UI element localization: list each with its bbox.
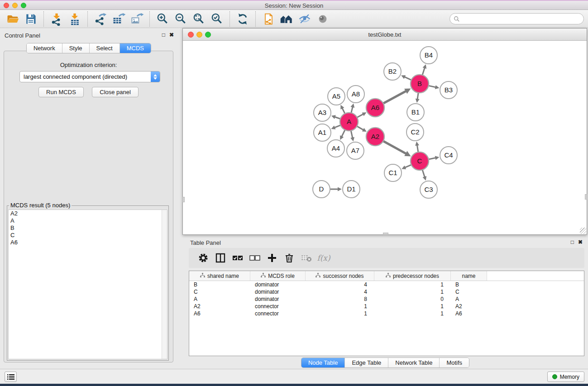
- import-table-icon[interactable]: [66, 11, 84, 27]
- main-toolbar: [0, 10, 588, 28]
- column-type-icon: [261, 273, 266, 279]
- tab-mcds[interactable]: MCDS: [120, 43, 151, 53]
- tab-network-table[interactable]: Network Table: [388, 358, 440, 367]
- search-input[interactable]: [460, 15, 583, 22]
- open-file-icon[interactable]: [4, 11, 22, 27]
- tab-node-table[interactable]: Node Table: [301, 358, 345, 367]
- table-row[interactable]: A2connector11A2: [189, 303, 584, 310]
- mcds-result-items: A2ABCA6: [9, 210, 167, 246]
- toolbar-separator: [149, 11, 150, 27]
- list-item[interactable]: A2: [9, 210, 167, 217]
- add-column-icon[interactable]: [263, 250, 281, 266]
- node-label-A6: A6: [371, 104, 379, 111]
- list-scrollbar[interactable]: [162, 210, 167, 359]
- panel-menu-button[interactable]: [5, 372, 17, 382]
- table-cell: B: [451, 281, 487, 288]
- zoom-in-icon[interactable]: [153, 11, 172, 27]
- node-table: shared nameMCDS rolesuccessor nodesprede…: [189, 271, 584, 356]
- run-mcds-button[interactable]: Run MCDS: [38, 87, 84, 97]
- table-row[interactable]: Bdominator41B: [189, 281, 584, 288]
- mcds-result-list[interactable]: A2ABCA6: [8, 210, 167, 359]
- node-label-D: D: [319, 185, 324, 193]
- table-cell: 1: [306, 303, 374, 310]
- table-cell: C: [451, 288, 487, 295]
- delete-column-icon[interactable]: [281, 250, 298, 266]
- table-row[interactable]: A6connector11A6: [189, 310, 584, 317]
- edge-arrowhead-icon: [423, 64, 427, 69]
- float-panel-icon[interactable]: □: [162, 32, 165, 38]
- status-bar: Memory: [0, 369, 588, 384]
- network-canvas[interactable]: A5A8A6A3AA1A2A4A7B2B4BB3B1C2C4CC1C3DD1: [183, 41, 587, 234]
- column-header-predecessor-nodes[interactable]: predecessor nodes: [374, 271, 451, 281]
- zoom-fit-icon[interactable]: [190, 11, 208, 27]
- zoom-out-icon[interactable]: [172, 11, 190, 27]
- export-image-icon[interactable]: [128, 11, 146, 27]
- tab-style[interactable]: Style: [62, 43, 90, 53]
- edge-A2-C[interactable]: [382, 141, 406, 154]
- column-header-successor-nodes[interactable]: successor nodes: [306, 271, 374, 281]
- table-cell: A: [451, 295, 487, 303]
- toolbar-separator: [229, 11, 230, 27]
- table-panel-title: Table Panel: [190, 239, 221, 246]
- table-cell: C: [189, 288, 250, 295]
- select-all-checkboxes-icon[interactable]: [229, 250, 246, 266]
- node-label-A2: A2: [371, 133, 379, 140]
- float-panel-icon[interactable]: □: [571, 239, 574, 245]
- combo-stepper-icon[interactable]: [151, 71, 160, 82]
- resize-grip-icon[interactable]: [580, 228, 586, 234]
- tab-edge-table[interactable]: Edge Table: [345, 358, 388, 367]
- list-item[interactable]: C: [9, 232, 167, 239]
- tab-select[interactable]: Select: [90, 43, 120, 53]
- node-label-B1: B1: [411, 108, 420, 116]
- network-window-titlebar[interactable]: testGlobe.txt: [183, 29, 587, 41]
- table-row[interactable]: Adominator80A: [189, 295, 584, 303]
- column-header-shared-name[interactable]: shared name: [189, 271, 250, 281]
- edge-arrowhead-icon: [415, 142, 419, 146]
- tab-motifs[interactable]: Motifs: [440, 358, 469, 367]
- table-cell: dominator: [250, 288, 306, 295]
- optimization-criterion-select[interactable]: largest connected component (directed): [19, 71, 160, 82]
- bottom-scroll-handle[interactable]: [383, 233, 388, 235]
- list-item[interactable]: A6: [9, 239, 167, 246]
- control-panel-title: Control Panel: [5, 32, 40, 39]
- show-all-icon[interactable]: [314, 11, 332, 27]
- tab-network[interactable]: Network: [27, 43, 62, 53]
- zoom-selected-icon[interactable]: [208, 11, 226, 27]
- right-scroll-handle[interactable]: [585, 194, 587, 200]
- table-row[interactable]: Cdominator41C: [189, 288, 584, 295]
- apply-layout-icon[interactable]: [234, 11, 252, 27]
- left-scroll-handle[interactable]: [182, 197, 185, 202]
- delete-table-icon[interactable]: [298, 250, 315, 266]
- table-settings-gear-icon[interactable]: [195, 250, 212, 266]
- save-session-icon[interactable]: [22, 11, 40, 27]
- export-table-icon[interactable]: [110, 11, 128, 27]
- column-label: successor nodes: [323, 273, 363, 279]
- toolbar-separator: [43, 11, 44, 27]
- edge-A6-B[interactable]: [382, 91, 406, 104]
- column-label: name: [462, 273, 475, 279]
- search-field[interactable]: [449, 13, 584, 24]
- hide-selected-icon[interactable]: [296, 11, 314, 27]
- close-panel-button[interactable]: Close panel: [92, 87, 139, 97]
- column-browser-icon[interactable]: [212, 250, 229, 266]
- table-cell: dominator: [250, 281, 306, 288]
- edge-arrowhead-icon: [338, 187, 342, 191]
- table-cell: 1: [374, 288, 451, 295]
- close-panel-icon[interactable]: ✖: [169, 32, 174, 38]
- memory-button[interactable]: Memory: [547, 372, 584, 382]
- node-label-B4: B4: [425, 51, 433, 59]
- list-item[interactable]: A: [9, 217, 167, 224]
- network-from-file-icon[interactable]: [259, 11, 277, 27]
- deselect-all-checkboxes-icon[interactable]: [246, 250, 263, 266]
- import-network-icon[interactable]: [48, 11, 66, 27]
- column-header-mcds-role[interactable]: MCDS role: [250, 271, 306, 281]
- close-panel-icon[interactable]: ✖: [578, 239, 583, 245]
- function-builder-icon[interactable]: f(x): [315, 250, 332, 266]
- column-header-name[interactable]: name: [451, 271, 487, 281]
- application-window: { "app": { "title": "Session: New Sessio…: [0, 0, 588, 386]
- export-network-icon[interactable]: [91, 11, 110, 27]
- list-item[interactable]: B: [9, 224, 167, 232]
- node-label-A3: A3: [318, 109, 326, 116]
- window-titlebar[interactable]: Session: New Session: [0, 0, 588, 10]
- first-neighbors-icon[interactable]: [277, 11, 296, 27]
